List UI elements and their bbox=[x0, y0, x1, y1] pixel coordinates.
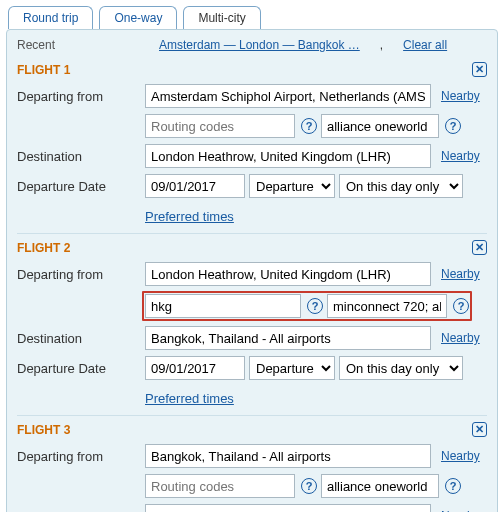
close-icon[interactable]: ✕ bbox=[472, 240, 487, 255]
day-select[interactable]: On this day only bbox=[339, 356, 463, 380]
alliance-input[interactable] bbox=[321, 114, 439, 138]
flight-title: FLIGHT 3 bbox=[17, 423, 70, 437]
destination-input[interactable] bbox=[145, 326, 431, 350]
recent-summary-link[interactable]: Amsterdam — London — Bangkok … bbox=[159, 38, 360, 52]
departing-label: Departing from bbox=[17, 89, 145, 104]
date-input[interactable] bbox=[145, 356, 245, 380]
preferred-times-link[interactable]: Preferred times bbox=[145, 209, 234, 224]
routing-input[interactable] bbox=[145, 474, 295, 498]
clear-all-link[interactable]: Clear all bbox=[403, 38, 447, 52]
departing-input[interactable] bbox=[145, 444, 431, 468]
help-icon[interactable]: ? bbox=[301, 478, 317, 494]
alliance-input[interactable] bbox=[321, 474, 439, 498]
tab-multi-city[interactable]: Multi-city bbox=[183, 6, 260, 29]
flight-title: FLIGHT 1 bbox=[17, 63, 70, 77]
tab-round-trip[interactable]: Round trip bbox=[8, 6, 93, 29]
flight-title: FLIGHT 2 bbox=[17, 241, 70, 255]
tab-one-way[interactable]: One-way bbox=[99, 6, 177, 29]
help-icon[interactable]: ? bbox=[301, 118, 317, 134]
day-select[interactable]: On this day only bbox=[339, 174, 463, 198]
departing-label: Departing from bbox=[17, 267, 145, 282]
nearby-link[interactable]: Nearby bbox=[441, 89, 480, 103]
nearby-link[interactable]: Nearby bbox=[441, 267, 480, 281]
nearby-link[interactable]: Nearby bbox=[441, 331, 480, 345]
help-icon[interactable]: ? bbox=[445, 478, 461, 494]
routing-input[interactable] bbox=[145, 114, 295, 138]
help-icon[interactable]: ? bbox=[307, 298, 323, 314]
search-panel: Recent Amsterdam — London — Bangkok … , … bbox=[6, 29, 498, 512]
alliance-input[interactable] bbox=[327, 294, 447, 318]
departing-label: Departing from bbox=[17, 449, 145, 464]
destination-label: Destination bbox=[17, 331, 145, 346]
nearby-link[interactable]: Nearby bbox=[441, 449, 480, 463]
recent-label: Recent bbox=[17, 38, 139, 52]
destination-input[interactable] bbox=[145, 144, 431, 168]
divider bbox=[17, 415, 487, 416]
departure-select[interactable]: Departure bbox=[249, 174, 335, 198]
preferred-times-link[interactable]: Preferred times bbox=[145, 391, 234, 406]
departure-date-label: Departure Date bbox=[17, 361, 145, 376]
destination-label: Destination bbox=[17, 149, 145, 164]
divider bbox=[17, 233, 487, 234]
close-icon[interactable]: ✕ bbox=[472, 62, 487, 77]
help-icon[interactable]: ? bbox=[445, 118, 461, 134]
departure-date-label: Departure Date bbox=[17, 179, 145, 194]
destination-label: Destination bbox=[17, 509, 145, 513]
departure-select[interactable]: Departure bbox=[249, 356, 335, 380]
departing-input[interactable] bbox=[145, 262, 431, 286]
routing-input[interactable] bbox=[145, 294, 301, 318]
nearby-link[interactable]: Nearby bbox=[441, 149, 480, 163]
date-input[interactable] bbox=[145, 174, 245, 198]
departing-input[interactable] bbox=[145, 84, 431, 108]
destination-input[interactable] bbox=[145, 504, 431, 512]
close-icon[interactable]: ✕ bbox=[472, 422, 487, 437]
help-icon[interactable]: ? bbox=[453, 298, 469, 314]
